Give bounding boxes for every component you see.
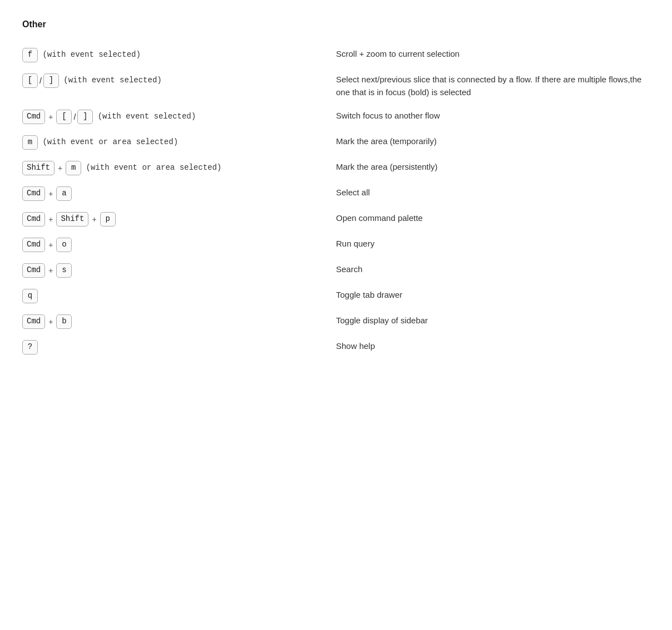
key-badge: f xyxy=(22,48,38,62)
table-row: Cmd+Shift+pOpen command palette xyxy=(22,206,650,232)
shortcut-keys-cell: Shift+m (with event or area selected) xyxy=(22,155,336,181)
key-badge: ] xyxy=(43,73,59,88)
plus-separator: + xyxy=(48,214,53,225)
key-badge: [ xyxy=(56,110,72,124)
shortcut-description: Mark the area (persistently) xyxy=(336,155,650,181)
key-badge: Cmd xyxy=(22,110,45,124)
plus-separator: + xyxy=(48,316,53,328)
shortcut-description: Open command palette xyxy=(336,206,650,232)
key-badge: ? xyxy=(22,340,38,355)
slash-separator: / xyxy=(73,111,76,123)
table-row: Cmd+bToggle display of sidebar xyxy=(22,309,650,334)
shortcut-keys-cell: Cmd+s xyxy=(22,258,336,283)
shortcut-description: Select all xyxy=(336,181,650,206)
plus-separator: + xyxy=(92,214,96,225)
shortcut-description: Show help xyxy=(336,334,650,360)
key-badge: m xyxy=(22,135,38,150)
table-row: ?Show help xyxy=(22,334,650,360)
shortcut-description: Toggle tab drawer xyxy=(336,283,650,309)
key-badge: ] xyxy=(77,110,93,124)
shortcut-label-suffix: (with event selected) xyxy=(38,50,141,59)
key-badge: Shift xyxy=(56,212,88,227)
table-row: Cmd+aSelect all xyxy=(22,181,650,206)
shortcut-keys-cell: Cmd+o xyxy=(22,232,336,258)
table-row: Shift+m (with event or area selected)Mar… xyxy=(22,155,650,181)
shortcut-keys-cell: ? xyxy=(22,334,336,360)
shortcut-keys-cell: f (with event selected) xyxy=(22,42,336,68)
table-row: Cmd+[/] (with event selected)Switch focu… xyxy=(22,104,650,130)
key-badge: m xyxy=(66,161,81,175)
shortcut-keys-cell: Cmd+a xyxy=(22,181,336,206)
key-badge: Cmd xyxy=(22,186,45,201)
table-row: Cmd+sSearch xyxy=(22,258,650,283)
shortcut-description: Toggle display of sidebar xyxy=(336,309,650,334)
shortcut-keys-cell: [/] (with event selected) xyxy=(22,68,336,104)
shortcuts-table: f (with event selected)Scroll + zoom to … xyxy=(22,42,650,360)
key-badge: s xyxy=(56,263,72,278)
table-row: m (with event or area selected)Mark the … xyxy=(22,130,650,155)
shortcut-description: Switch focus to another flow xyxy=(336,104,650,130)
shortcut-description: Select next/previous slice that is conne… xyxy=(336,68,650,104)
section-title: Other xyxy=(22,18,650,31)
shortcut-label-suffix: (with event selected) xyxy=(93,112,196,121)
shortcut-description: Scroll + zoom to current selection xyxy=(336,42,650,68)
key-badge: Cmd xyxy=(22,263,45,278)
shortcut-keys-cell: m (with event or area selected) xyxy=(22,130,336,155)
key-badge: b xyxy=(56,314,72,329)
shortcut-keys-cell: Cmd+b xyxy=(22,309,336,334)
table-row: qToggle tab drawer xyxy=(22,283,650,309)
key-badge: a xyxy=(56,186,72,201)
key-badge: o xyxy=(56,238,72,252)
key-badge: Cmd xyxy=(22,238,45,252)
table-row: [/] (with event selected)Select next/pre… xyxy=(22,68,650,104)
shortcut-keys-cell: Cmd+Shift+p xyxy=(22,206,336,232)
key-badge: p xyxy=(100,212,116,227)
table-row: f (with event selected)Scroll + zoom to … xyxy=(22,42,650,68)
plus-separator: + xyxy=(48,265,53,277)
shortcut-label-suffix: (with event selected) xyxy=(59,76,162,85)
shortcut-label-suffix: (with event or area selected) xyxy=(38,137,178,146)
plus-separator: + xyxy=(48,188,53,200)
section-container: Other f (with event selected)Scroll + zo… xyxy=(22,18,650,360)
key-badge: Cmd xyxy=(22,314,45,329)
plus-separator: + xyxy=(48,111,53,123)
key-badge: Shift xyxy=(22,161,55,175)
key-badge: [ xyxy=(22,73,38,88)
key-badge: Cmd xyxy=(22,212,45,227)
plus-separator: + xyxy=(58,163,62,174)
plus-separator: + xyxy=(48,239,53,251)
key-badge: q xyxy=(22,289,38,303)
shortcut-label-suffix: (with event or area selected) xyxy=(81,163,221,172)
slash-separator: / xyxy=(39,75,42,87)
shortcut-description: Mark the area (temporarily) xyxy=(336,130,650,155)
shortcut-keys-cell: q xyxy=(22,283,336,309)
table-row: Cmd+oRun query xyxy=(22,232,650,258)
shortcut-keys-cell: Cmd+[/] (with event selected) xyxy=(22,104,336,130)
shortcut-description: Search xyxy=(336,258,650,283)
shortcut-description: Run query xyxy=(336,232,650,258)
